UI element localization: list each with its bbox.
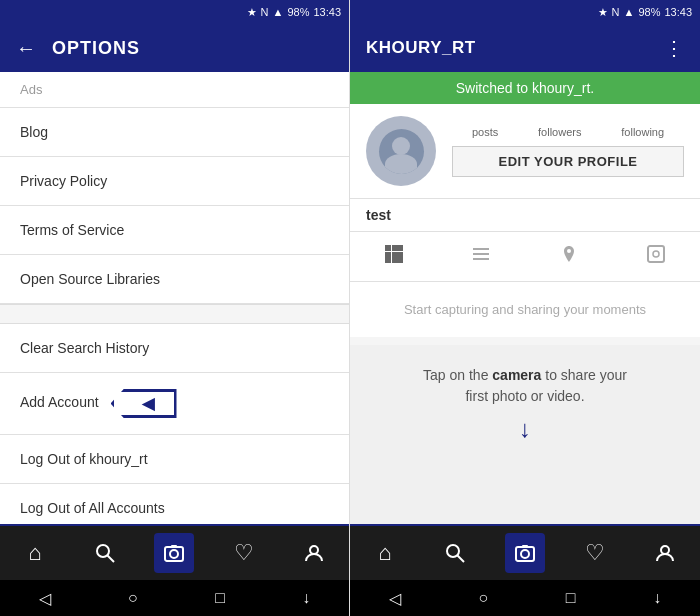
svg-rect-7 [392, 245, 398, 251]
menu-item-logout-all[interactable]: Log Out of All Accounts [0, 484, 349, 524]
nav-search-right[interactable] [435, 533, 475, 573]
svg-point-20 [447, 545, 459, 557]
nav-home-left[interactable]: ⌂ [15, 533, 55, 573]
svg-point-0 [97, 545, 109, 557]
nav-search-left[interactable] [85, 533, 125, 573]
tab-tagged[interactable] [630, 240, 682, 273]
nav-camera-right[interactable] [505, 533, 545, 573]
empty-message: Start capturing and sharing your moments [350, 282, 700, 337]
promo-bold: camera [492, 367, 541, 383]
battery-text: 98% [287, 6, 309, 18]
time-left: 13:43 [313, 6, 341, 18]
svg-rect-18 [648, 246, 664, 262]
tab-list[interactable] [455, 240, 507, 273]
switched-banner: Switched to khoury_rt. [350, 72, 700, 104]
svg-rect-4 [171, 545, 177, 548]
profile-section: posts followers following EDIT YOUR PROF… [350, 104, 700, 199]
menu-separator [0, 304, 349, 324]
wifi-icon-right: ▲ [624, 6, 635, 18]
svg-rect-10 [392, 252, 398, 258]
more-options-button[interactable]: ⋮ [664, 36, 684, 60]
signal-icon: N [261, 6, 269, 18]
menu-item-opensource[interactable]: Open Source Libraries [0, 255, 349, 304]
svg-rect-12 [385, 258, 391, 263]
sys-recents-right[interactable]: □ [566, 589, 576, 607]
avatar-image [379, 129, 424, 174]
followers-label: followers [538, 126, 581, 138]
menu-item-add-account[interactable]: Add Account ◀ [0, 373, 349, 435]
menu-item-clear-history[interactable]: Clear Search History [0, 324, 349, 373]
options-menu: Ads Blog Privacy Policy Terms of Service… [0, 72, 349, 524]
profile-username: KHOURY_RT [366, 38, 476, 58]
right-system-nav: ◁ ○ □ ↓ [350, 580, 700, 616]
stat-posts: posts [472, 126, 498, 138]
avatar [366, 116, 436, 186]
profile-stats: posts followers following EDIT YOUR PROF… [452, 126, 684, 177]
svg-line-21 [458, 556, 465, 563]
sys-down-right[interactable]: ↓ [653, 589, 661, 607]
svg-point-5 [310, 546, 318, 554]
content-tabs [350, 232, 700, 282]
svg-line-1 [107, 556, 114, 563]
right-header: KHOURY_RT ⋮ [350, 24, 700, 72]
svg-rect-9 [385, 252, 391, 258]
menu-item-ads[interactable]: Ads [0, 72, 349, 108]
stat-followers: followers [538, 126, 581, 138]
options-title: OPTIONS [52, 38, 140, 59]
following-label: following [621, 126, 664, 138]
left-bottom-nav: ⌂ ♡ [0, 524, 349, 580]
sys-recents-left[interactable]: □ [215, 589, 225, 607]
nav-heart-right[interactable]: ♡ [575, 533, 615, 573]
svg-point-19 [653, 251, 659, 257]
sys-back-right[interactable]: ◁ [389, 589, 401, 608]
sys-back-left[interactable]: ◁ [39, 589, 51, 608]
time-right: 13:43 [664, 6, 692, 18]
menu-item-blog[interactable]: Blog [0, 108, 349, 157]
sys-down-left[interactable]: ↓ [302, 589, 310, 607]
edit-profile-button[interactable]: EDIT YOUR PROFILE [452, 146, 684, 177]
back-button[interactable]: ← [16, 37, 36, 60]
right-status-bar: ★ N ▲ 98% 13:43 [350, 0, 700, 24]
nav-profile-right[interactable] [645, 533, 685, 573]
svg-point-23 [521, 550, 529, 558]
menu-item-terms[interactable]: Terms of Service [0, 206, 349, 255]
bluetooth-icon: ★ [247, 6, 257, 19]
signal-icon-right: N [612, 6, 620, 18]
stats-row: posts followers following [452, 126, 684, 138]
nav-camera-left[interactable] [154, 533, 194, 573]
sys-home-left[interactable]: ○ [128, 589, 138, 607]
wifi-icon: ▲ [273, 6, 284, 18]
svg-rect-11 [398, 252, 403, 258]
promo-text: Tap on the camera to share yourfirst pho… [366, 365, 684, 407]
stat-following: following [621, 126, 664, 138]
nav-home-right[interactable]: ⌂ [365, 533, 405, 573]
svg-point-3 [170, 550, 178, 558]
arrow-indicator: ◀ [111, 389, 177, 418]
promo-part1: Tap on the [423, 367, 492, 383]
tab-grid[interactable] [368, 240, 420, 273]
tab-location[interactable] [543, 240, 595, 273]
down-arrow-icon: ↓ [366, 415, 684, 443]
svg-rect-13 [392, 258, 398, 263]
posts-label: posts [472, 126, 498, 138]
svg-rect-6 [385, 245, 391, 251]
left-system-nav: ◁ ○ □ ↓ [0, 580, 349, 616]
username-display: test [350, 199, 700, 232]
svg-rect-14 [398, 258, 403, 263]
svg-rect-8 [398, 245, 403, 251]
left-header: ← OPTIONS [0, 24, 349, 72]
promo-section: Tap on the camera to share yourfirst pho… [350, 345, 700, 524]
svg-point-25 [661, 546, 669, 554]
nav-heart-left[interactable]: ♡ [224, 533, 264, 573]
nav-profile-left[interactable] [294, 533, 334, 573]
bluetooth-icon-right: ★ [598, 6, 608, 19]
battery-text-right: 98% [638, 6, 660, 18]
right-bottom-nav: ⌂ ♡ [350, 524, 700, 580]
svg-rect-24 [522, 545, 528, 548]
left-status-bar: ★ N ▲ 98% 13:43 [0, 0, 349, 24]
menu-item-logout-khoury[interactable]: Log Out of khoury_rt [0, 435, 349, 484]
sys-home-right[interactable]: ○ [478, 589, 488, 607]
menu-item-privacy[interactable]: Privacy Policy [0, 157, 349, 206]
right-panel: ★ N ▲ 98% 13:43 KHOURY_RT ⋮ Switched to … [350, 0, 700, 616]
left-panel: ★ N ▲ 98% 13:43 ← OPTIONS Ads Blog Priva… [0, 0, 350, 616]
